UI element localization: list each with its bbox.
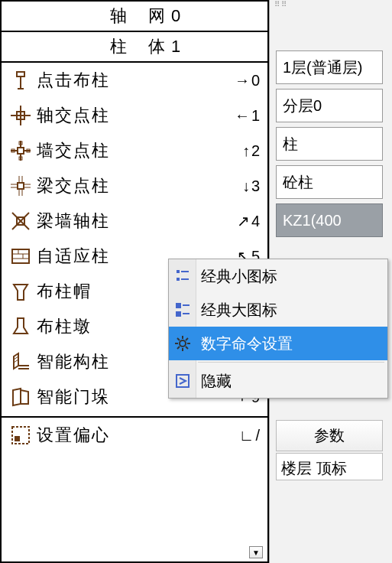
- field-value: 1层(普通层): [283, 57, 362, 78]
- arrow-icon: →: [235, 72, 250, 89]
- svg-rect-37: [15, 436, 20, 441]
- col-base-icon: [9, 315, 32, 338]
- tool-click-column[interactable]: 点击布柱 →0: [2, 63, 267, 98]
- tool-number: 2: [251, 142, 260, 160]
- tool-beam-cross[interactable]: 梁交点柱 ↓3: [2, 168, 267, 203]
- header-tab-axis[interactable]: 轴网0: [2, 2, 267, 32]
- field-value: 砼柱: [283, 172, 313, 193]
- param-row-partial[interactable]: 楼层 顶标: [276, 453, 383, 480]
- tool-label: 布柱帽: [37, 280, 92, 303]
- axis-cross-icon: [9, 104, 32, 127]
- menu-item-label: 隐藏: [201, 371, 232, 392]
- arrow-icon: ↓: [242, 177, 250, 195]
- arrow-icon: ↑: [242, 142, 250, 160]
- tool-beam-wall-axis[interactable]: 梁墙轴柱 ↗4: [2, 203, 267, 239]
- tool-number: /: [255, 427, 260, 444]
- beam-cross-icon: [9, 174, 32, 197]
- tool-number: 3: [251, 177, 260, 195]
- field-value: KZ1(400: [283, 212, 342, 229]
- svg-rect-39: [177, 278, 180, 281]
- large-icons-icon: [172, 299, 193, 321]
- tool-label: 墙交点柱: [37, 139, 110, 162]
- tool-label: 梁墙轴柱: [37, 210, 110, 233]
- header-tab-column[interactable]: 柱体1: [2, 32, 267, 63]
- adaptive-icon: [9, 245, 32, 268]
- click-column-icon: [9, 69, 32, 92]
- svg-rect-43: [176, 311, 181, 317]
- grip-dots-icon[interactable]: ⠿⠿: [274, 3, 288, 6]
- svg-line-51: [177, 338, 180, 340]
- small-icons-icon: [172, 265, 193, 287]
- tool-label: 布柱墩: [37, 315, 92, 338]
- set-offset-icon: [9, 424, 32, 447]
- tool-number: 1: [251, 107, 260, 125]
- svg-rect-6: [18, 148, 24, 154]
- header-tab-num: 1: [171, 37, 180, 56]
- tool-wall-cross[interactable]: 墙交点柱 ↑2: [2, 133, 267, 168]
- tool-label: 智能构柱: [37, 350, 110, 373]
- menu-item-small-icons[interactable]: 经典小图标: [169, 259, 387, 293]
- tool-label: 智能门垛: [37, 386, 110, 408]
- col-cap-icon: [9, 280, 32, 303]
- svg-rect-0: [17, 72, 24, 76]
- param-row-text: 楼层 顶标: [281, 460, 347, 477]
- param-header-label: 参数: [314, 427, 345, 444]
- menu-item-large-icons[interactable]: 经典大图标: [169, 293, 387, 327]
- svg-line-52: [186, 347, 188, 349]
- arrow-icon: ↗: [237, 212, 250, 230]
- arrow-icon: ←: [235, 107, 250, 125]
- type-field[interactable]: 砼柱: [276, 165, 383, 199]
- dropdown-button[interactable]: ▼: [249, 546, 263, 558]
- menu-item-label: 数字命令设置: [201, 334, 293, 354]
- field-value: 分层0: [283, 96, 322, 116]
- menu-item-label: 经典大图标: [201, 300, 277, 321]
- param-header: 参数: [276, 420, 383, 451]
- svg-rect-38: [177, 270, 180, 273]
- wall-cross-icon: [9, 139, 32, 162]
- menu-item-label: 经典小图标: [201, 266, 277, 287]
- svg-point-46: [180, 340, 186, 347]
- menu-item-hide[interactable]: 隐藏: [169, 364, 387, 398]
- svg-rect-27: [12, 249, 29, 263]
- smart-col-icon: [9, 350, 32, 373]
- tool-label: 轴交点柱: [37, 104, 110, 127]
- tool-label: 设置偏心: [37, 424, 110, 447]
- svg-line-54: [186, 338, 188, 340]
- gear-icon: [172, 333, 193, 354]
- svg-line-53: [177, 347, 180, 349]
- menu-item-number-command-settings[interactable]: 数字命令设置: [169, 327, 387, 360]
- svg-rect-42: [176, 303, 181, 308]
- menu-separator: [198, 362, 384, 363]
- tool-set-offset[interactable]: 设置偏心 ∟/: [2, 418, 267, 453]
- tool-label: 梁交点柱: [37, 174, 110, 197]
- field-value: 柱: [283, 134, 298, 155]
- header-tab-num: 0: [171, 6, 180, 25]
- tool-label: 点击布柱: [37, 69, 110, 92]
- arrow-icon: ∟: [239, 427, 254, 444]
- component-field-selected[interactable]: KZ1(400: [276, 203, 383, 237]
- tool-number: 4: [251, 213, 260, 230]
- tool-number: 0: [251, 72, 260, 89]
- smart-door-icon: [9, 386, 32, 408]
- category-field[interactable]: 柱: [276, 127, 383, 161]
- layer-field[interactable]: 分层0: [276, 89, 383, 122]
- svg-rect-15: [18, 183, 24, 189]
- tool-label: 自适应柱: [37, 245, 110, 268]
- hide-icon: [172, 370, 193, 392]
- floor-field[interactable]: 1层(普通层): [276, 50, 383, 84]
- context-menu: 经典小图标 经典大图标 数字命令设置 隐藏: [168, 259, 388, 399]
- tool-axis-cross[interactable]: 轴交点柱 ←1: [2, 98, 267, 133]
- beam-wall-icon: [9, 210, 32, 233]
